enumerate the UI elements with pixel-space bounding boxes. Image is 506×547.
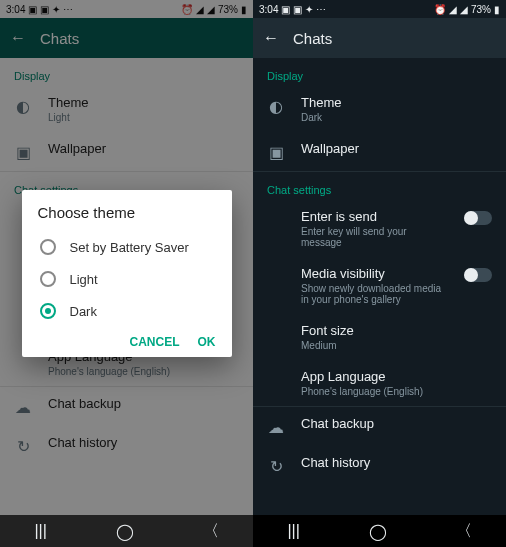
theme-value: Dark	[301, 112, 492, 123]
option-label: Set by Battery Saver	[70, 240, 189, 255]
chat-backup-title: Chat backup	[301, 416, 492, 431]
wallpaper-icon: ▣	[267, 143, 285, 162]
status-icons-left: ▣ ▣ ✦ ⋯	[281, 4, 325, 15]
theme-dialog: Choose theme Set by Battery Saver Light …	[22, 190, 232, 357]
theme-option-light[interactable]: Light	[38, 263, 216, 295]
media-visibility-sub: Show newly downloaded media in your phon…	[301, 283, 448, 305]
option-label: Dark	[70, 304, 97, 319]
nav-home-icon[interactable]: ◯	[369, 522, 387, 541]
ok-button[interactable]: OK	[198, 335, 216, 349]
chat-history-title: Chat history	[301, 455, 492, 470]
battery-icon: ▮	[494, 4, 500, 15]
back-icon[interactable]: ←	[263, 29, 279, 47]
appbar-title: Chats	[293, 30, 332, 47]
option-label: Light	[70, 272, 98, 287]
wallpaper-row[interactable]: ▣ Wallpaper	[253, 132, 506, 171]
section-display: Display	[253, 58, 506, 86]
chat-history-row[interactable]: ↻ Chat history	[253, 446, 506, 485]
enter-is-send-title: Enter is send	[301, 209, 448, 224]
history-icon: ↻	[267, 457, 285, 476]
phone-left-light: 3:04 ▣ ▣ ✦ ⋯ ⏰ ◢ ◢ 73% ▮ ← Chats Display…	[0, 0, 253, 547]
theme-row[interactable]: ◐ Theme Dark	[253, 86, 506, 132]
app-language-value: Phone's language (English)	[301, 386, 492, 397]
wallpaper-title: Wallpaper	[301, 141, 492, 156]
enter-is-send-toggle[interactable]	[464, 211, 492, 225]
chat-backup-row[interactable]: ☁ Chat backup	[253, 407, 506, 446]
section-chat-settings: Chat settings	[253, 172, 506, 200]
theme-option-dark[interactable]: Dark	[38, 295, 216, 327]
phone-right-dark: 3:04 ▣ ▣ ✦ ⋯ ⏰ ◢ ◢ 73% ▮ ← Chats Display…	[253, 0, 506, 547]
backup-icon: ☁	[267, 418, 285, 437]
nav-recents-icon[interactable]: |||	[287, 522, 299, 540]
nav-back-icon[interactable]: 〈	[203, 521, 219, 542]
nav-back-icon[interactable]: 〈	[456, 521, 472, 542]
app-language-title: App Language	[301, 369, 492, 384]
cancel-button[interactable]: CANCEL	[130, 335, 180, 349]
font-size-title: Font size	[301, 323, 492, 338]
theme-title: Theme	[301, 95, 492, 110]
nav-home-icon[interactable]: ◯	[116, 522, 134, 541]
media-visibility-row[interactable]: Media visibility Show newly downloaded m…	[253, 257, 506, 314]
app-bar: ← Chats	[253, 18, 506, 58]
media-visibility-title: Media visibility	[301, 266, 448, 281]
dialog-scrim[interactable]: Choose theme Set by Battery Saver Light …	[0, 0, 253, 547]
radio-icon	[40, 271, 56, 287]
enter-is-send-sub: Enter key will send your message	[301, 226, 448, 248]
dialog-title: Choose theme	[38, 204, 216, 221]
radio-icon	[40, 239, 56, 255]
theme-option-battery-saver[interactable]: Set by Battery Saver	[38, 231, 216, 263]
theme-icon: ◐	[267, 97, 285, 116]
font-size-row[interactable]: Font size Medium	[253, 314, 506, 360]
status-icons-right: ⏰ ◢ ◢	[434, 4, 468, 15]
nav-bar: ||| ◯ 〈	[0, 515, 253, 547]
clock: 3:04	[259, 4, 278, 15]
nav-recents-icon[interactable]: |||	[34, 522, 46, 540]
enter-is-send-row[interactable]: Enter is send Enter key will send your m…	[253, 200, 506, 257]
font-size-value: Medium	[301, 340, 492, 351]
status-bar: 3:04 ▣ ▣ ✦ ⋯ ⏰ ◢ ◢ 73% ▮	[253, 0, 506, 18]
app-language-row[interactable]: App Language Phone's language (English)	[253, 360, 506, 406]
media-visibility-toggle[interactable]	[464, 268, 492, 282]
radio-icon-selected	[40, 303, 56, 319]
battery-pct: 73%	[471, 4, 491, 15]
nav-bar: ||| ◯ 〈	[253, 515, 506, 547]
settings-list: Display ◐ Theme Dark ▣ Wallpaper Chat se…	[253, 58, 506, 485]
